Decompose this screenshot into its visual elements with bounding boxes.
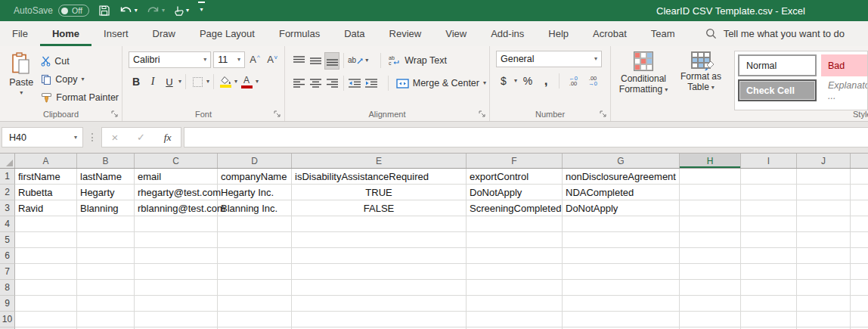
style-chip-check[interactable]: Check Cell [738,79,817,101]
enter-icon[interactable]: ✓ [137,132,145,143]
cell-G3[interactable]: DoNotApply [563,200,680,216]
column-header-G[interactable]: G [563,154,680,168]
tab-team[interactable]: Team [639,21,687,46]
cell-B7[interactable] [77,264,135,280]
underline-button[interactable]: U [162,73,177,91]
cell-I3[interactable] [741,200,797,216]
align-left-button[interactable] [291,75,306,92]
row-header-7[interactable]: 7 [0,264,15,280]
borders-caret-icon[interactable]: ▾ [206,79,209,85]
tab-file[interactable]: File [0,21,40,46]
tab-help[interactable]: Help [536,21,581,46]
number-format-select[interactable]: General▾ [496,51,602,67]
tab-data[interactable]: Data [332,21,377,46]
style-chip-normal[interactable]: Normal [738,54,817,76]
alignment-dialog-launcher[interactable] [479,110,486,118]
cell-D1[interactable]: companyName [218,169,292,185]
cell-I2[interactable] [741,185,797,200]
cell-C7[interactable] [135,264,218,280]
select-all-corner[interactable] [0,154,15,168]
tab-review[interactable]: Review [377,21,434,46]
format-painter-button[interactable]: Format Painter [41,88,119,107]
cell-J7[interactable] [797,264,851,280]
cell-E3[interactable]: FALSE [292,200,467,216]
cell-C5[interactable] [135,232,218,248]
wrap-text-button[interactable]: abc Wrap Text [389,51,447,70]
tab-add-ins[interactable]: Add-ins [479,21,536,46]
cell-G7[interactable] [563,264,680,280]
row-header-5[interactable]: 5 [0,232,15,248]
borders-button[interactable] [190,73,205,91]
cell-B3[interactable]: Blanning [77,200,135,216]
cell-A9[interactable] [15,296,77,312]
cell-I1[interactable] [741,169,797,185]
bold-button[interactable]: B [129,73,144,91]
cancel-icon[interactable]: × [111,131,118,144]
cell-I9[interactable] [741,296,797,312]
cell-A8[interactable] [15,280,77,296]
row-header-4[interactable]: 4 [0,216,15,232]
cell-G9[interactable] [563,296,680,312]
cell-E9[interactable] [292,296,467,312]
cell-F7[interactable] [467,264,563,280]
touch-mode-caret-icon[interactable]: ▾ [186,8,189,14]
cell-G4[interactable] [563,216,680,232]
cell-G10[interactable] [563,312,680,327]
cell-H3[interactable] [680,200,741,216]
customize-quick-access-button[interactable]: ▾ [198,2,205,20]
cell-F10[interactable] [467,312,563,327]
cell-E5[interactable] [292,232,467,248]
cell-D3[interactable]: Blanning Inc. [218,200,292,216]
cell-B2[interactable]: Hegarty [77,185,135,200]
increase-indent-button[interactable] [364,75,379,92]
formula-input[interactable] [184,127,868,147]
tab-view[interactable]: View [433,21,479,46]
cell-B1[interactable]: lastName [77,169,135,185]
formula-bar-handle[interactable] [91,133,93,141]
conditional-formatting-button[interactable]: Conditional Formatting▾ [615,50,672,121]
cell-J3[interactable] [797,200,851,216]
cell-H10[interactable] [680,312,741,327]
cell-E7[interactable] [292,264,467,280]
decrease-indent-button[interactable] [347,75,362,92]
cell-D9[interactable] [218,296,292,312]
cell-A10[interactable] [15,312,77,327]
row-header-3[interactable]: 3 [0,200,15,216]
cell-D6[interactable] [218,248,292,264]
cell-C4[interactable] [135,216,218,232]
cell-I8[interactable] [741,280,797,296]
font-size-select[interactable]: 11▾ [213,51,245,68]
save-button[interactable] [98,2,110,20]
copy-button[interactable]: Copy ▾ [41,70,119,88]
cell-H6[interactable] [680,248,741,264]
cell-A7[interactable] [15,264,77,280]
paste-caret-icon[interactable]: ▾ [20,90,23,96]
cell-B5[interactable] [77,232,135,248]
name-box[interactable]: H40 ▾ [2,127,83,147]
underline-caret-icon[interactable]: ▾ [178,79,181,85]
cell-I6[interactable] [741,248,797,264]
cell-H4[interactable] [680,216,741,232]
increase-font-size-button[interactable]: A^ [247,51,262,68]
column-header-D[interactable]: D [218,154,292,168]
tab-formulas[interactable]: Formulas [267,21,332,46]
accounting-caret-icon[interactable]: ▾ [514,78,517,84]
column-header-F[interactable]: F [467,154,563,168]
cell-C1[interactable]: email [135,169,218,185]
row-header-10[interactable]: 10 [0,312,15,327]
tab-insert[interactable]: Insert [91,21,141,46]
cell-C10[interactable] [135,312,218,327]
undo-caret-icon[interactable]: ▾ [135,8,138,14]
cell-C6[interactable] [135,248,218,264]
font-dialog-launcher[interactable] [274,110,281,118]
cell-H2[interactable] [680,185,741,200]
cell-A6[interactable] [15,248,77,264]
cell-G6[interactable] [563,248,680,264]
merge-center-caret-icon[interactable]: ▾ [483,80,486,86]
autosave-pill[interactable]: Off [58,5,89,17]
cell-B9[interactable] [77,296,135,312]
cell-J6[interactable] [797,248,851,264]
cell-B6[interactable] [77,248,135,264]
tell-me-box[interactable]: Tell me what you want to do [705,21,845,46]
comma-style-button[interactable]: , [538,73,553,90]
